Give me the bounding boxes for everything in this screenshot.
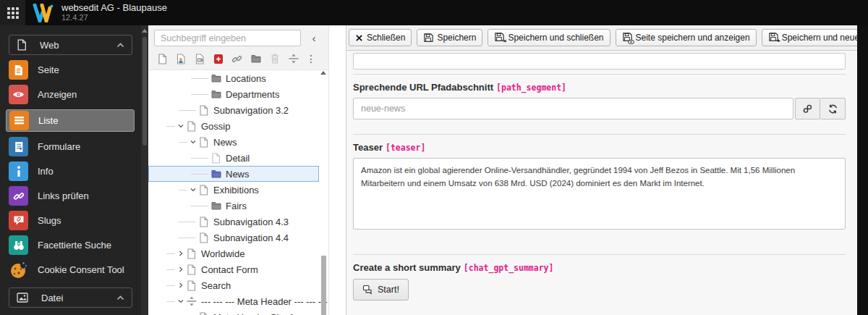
editor-panel: SchließenSpeichern×Speichern und schließ…: [346, 25, 857, 315]
tree-connector: [179, 238, 196, 238]
refresh-icon: [827, 104, 838, 114]
sidebar-item-seite[interactable]: Seite: [0, 60, 141, 80]
sidebar: WebSeiteAnzeigenListeFormulareInfoLinks …: [0, 25, 141, 315]
tree-item-label: News: [226, 169, 250, 180]
sidebar-item-label: Links prüfen: [38, 190, 89, 201]
link-icon[interactable]: [231, 53, 244, 65]
sidebar-item-links-pr-fen[interactable]: Links prüfen: [0, 186, 141, 206]
tree-connector: [191, 174, 208, 175]
sidebar-item-cookie-consent-tool[interactable]: Cookie Consent Tool: [0, 260, 141, 280]
path-segment-input[interactable]: [353, 98, 793, 119]
trash-icon[interactable]: [268, 53, 281, 65]
chevron-right-icon[interactable]: [176, 266, 185, 273]
chain-icon: [9, 186, 28, 206]
tree-item-label: Subnavigation 4.4: [213, 232, 289, 243]
folder-icon[interactable]: [250, 53, 262, 65]
chevron-up-icon: [116, 295, 124, 301]
chevron-down-icon[interactable]: [189, 186, 197, 193]
tree-scroll-up-icon[interactable]: [320, 71, 326, 75]
cropped-field-above[interactable]: [353, 53, 846, 70]
tree-item-contact-form[interactable]: Contact Form: [148, 261, 319, 277]
tree-item-meta-header[interactable]: --- --- --- Meta Header --- --- ---: [148, 293, 319, 309]
button-label: Schließen: [367, 33, 405, 43]
page-icon: [199, 217, 209, 227]
tree-item-label: Exhibitions: [213, 185, 259, 196]
tree-item-news[interactable]: News: [148, 134, 319, 150]
generate-slug-button[interactable]: [795, 98, 820, 119]
page-forward-icon[interactable]: [194, 53, 206, 65]
tree-connector: [191, 78, 208, 79]
tree-item-fairs[interactable]: Fairs: [148, 198, 319, 214]
tree-item-subnavigation-4-3[interactable]: Subnavigation 4.3: [148, 214, 319, 230]
page-icon: [199, 312, 209, 315]
speichern-button[interactable]: Speichern: [417, 29, 482, 46]
page-icon: [199, 137, 209, 148]
save-new-icon: +: [768, 32, 778, 44]
sidebar-group-web[interactable]: Web: [9, 35, 132, 55]
refresh-slug-button[interactable]: [820, 98, 846, 119]
chevron-right-icon[interactable]: [176, 282, 185, 289]
tree-connector: [179, 222, 196, 222]
sidebar-scrollbar[interactable]: [141, 25, 148, 315]
tree-item-label: --- --- --- Meta Header --- --- ---: [201, 296, 328, 307]
right-edge-strip: [857, 25, 868, 315]
sidebar-scroll-thumb[interactable]: [142, 37, 147, 146]
apps-grid-button[interactable]: [0, 0, 25, 25]
chat-icon: [362, 285, 373, 295]
chevron-down-icon[interactable]: [189, 138, 197, 146]
chatgpt-start-button[interactable]: Start!: [353, 279, 409, 301]
chevron-down-icon[interactable]: [176, 298, 185, 305]
schlie-en-button[interactable]: Schließen: [349, 29, 412, 46]
speichern-und-schlie-en-button[interactable]: ×Speichern und schließen: [488, 29, 610, 46]
sidebar-item-facettierte-suche[interactable]: Facettierte Suche: [0, 235, 141, 255]
info-icon: [9, 161, 28, 181]
teaser-code: [teaser]: [386, 143, 425, 153]
sidebar-item-anzeigen[interactable]: Anzeigen: [0, 85, 141, 104]
tree-item-search[interactable]: Search: [148, 277, 319, 293]
tree-item-subnavigation-3-2[interactable]: Subnavigation 3.2: [148, 102, 319, 118]
tree-item-news[interactable]: News: [148, 166, 319, 182]
tree-item-detail[interactable]: Detail: [148, 150, 319, 166]
page-light-icon: [211, 153, 221, 164]
chevron-right-icon[interactable]: [176, 250, 185, 257]
tree-item-gossip[interactable]: Gossip: [148, 118, 319, 134]
tree-item-locations[interactable]: Locations: [148, 70, 319, 86]
sidebar-item-info[interactable]: Info: [0, 161, 141, 181]
sidebar-item-label: Formulare: [38, 141, 80, 152]
folder-blue-icon: [211, 169, 221, 178]
sidebar-item-label: Liste: [38, 115, 58, 126]
tree-item-departments[interactable]: Departments: [148, 86, 319, 102]
page-icon: [199, 232, 209, 243]
sidebar-item-label: Info: [38, 166, 54, 177]
speichern-und-neue-erstellen-button[interactable]: +Speichern und neue erstellen: [762, 29, 857, 46]
sidebar-item-formulare[interactable]: Formulare: [0, 137, 141, 156]
websedit-logo: [33, 4, 54, 22]
sidebar-item-slugs[interactable]: Slugs: [0, 211, 141, 230]
new-page-icon[interactable]: [156, 53, 169, 65]
tree-menu-button[interactable]: ⋮: [306, 54, 316, 64]
teaser-label: Teaser[teaser]: [353, 142, 846, 153]
page-add-red-icon[interactable]: [213, 53, 225, 65]
tree-item-label: Departments: [226, 89, 279, 100]
tree-search-input[interactable]: [154, 30, 301, 46]
tree-item-subnavigation-4-4[interactable]: Subnavigation 4.4: [148, 230, 319, 245]
tree-item-exhibitions[interactable]: Exhibitions: [148, 182, 319, 198]
section-divider: [353, 254, 846, 255]
tree-scroll-thumb[interactable]: [321, 256, 326, 315]
tree-item-meta-header-site-1[interactable]: Meta Header Site 1: [148, 309, 319, 315]
split-divider-icon[interactable]: [287, 53, 299, 65]
teaser-textarea[interactable]: Amazon ist ein global agierender Online-…: [353, 158, 846, 230]
sidebar-item-liste[interactable]: Liste: [6, 109, 135, 132]
collapse-panel-button[interactable]: ‹: [305, 30, 323, 46]
sidebar-group-datei[interactable]: Datei: [9, 287, 132, 308]
seite-speichern-und-anzeigen-button[interactable]: Seite speichern und anzeigen: [616, 29, 757, 46]
form-icon: [9, 137, 28, 156]
save-icon: [423, 33, 433, 43]
chevron-down-icon[interactable]: [176, 122, 185, 130]
page-user-icon[interactable]: [175, 53, 187, 65]
panel-gap: [329, 25, 346, 315]
page-icon: [199, 185, 209, 196]
list-icon: [9, 111, 29, 130]
page-tree-panel: ‹ ⋮ LocationsDepartmentsSubnavigation 3.…: [148, 25, 329, 315]
tree-item-worldwide[interactable]: Worldwide: [148, 245, 319, 261]
